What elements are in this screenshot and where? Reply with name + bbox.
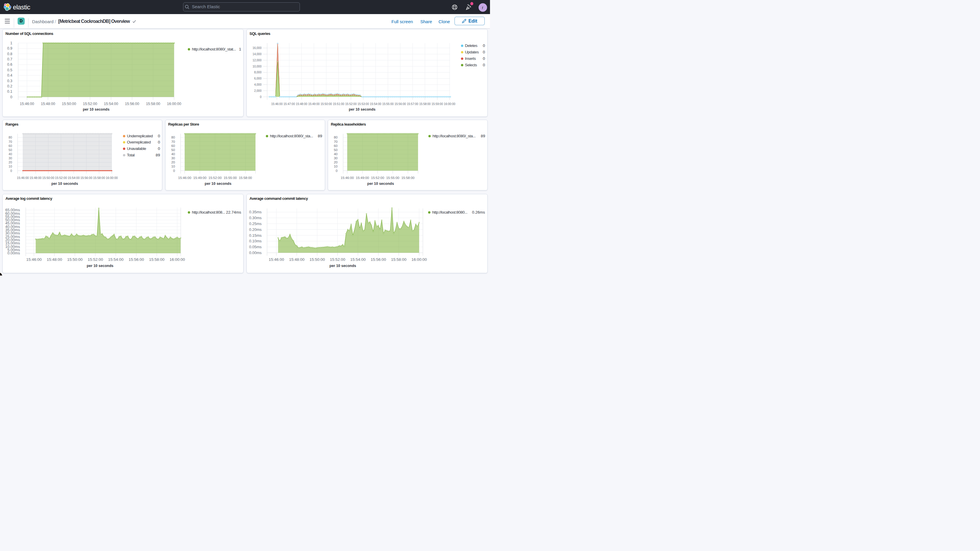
- svg-text:15:58:00: 15:58:00: [93, 176, 105, 180]
- svg-text:15:48:00: 15:48:00: [47, 257, 62, 262]
- svg-text:10: 10: [334, 165, 338, 169]
- svg-text:15:58:00: 15:58:00: [239, 176, 252, 180]
- svg-text:15:46:00: 15:46:00: [340, 176, 354, 180]
- svg-text:80: 80: [334, 136, 338, 139]
- svg-text:70: 70: [8, 140, 12, 143]
- svg-text:70: 70: [171, 140, 175, 143]
- svg-text:15:52:00: 15:52:00: [330, 257, 345, 262]
- svg-text:20: 20: [8, 161, 12, 164]
- svg-text:15:55:00: 15:55:00: [224, 176, 237, 180]
- svg-text:15:46:00: 15:46:00: [26, 257, 42, 262]
- svg-text:15:46:00: 15:46:00: [269, 257, 284, 262]
- svg-text:per 10 seconds: per 10 seconds: [205, 182, 231, 186]
- svg-text:0.8: 0.8: [7, 52, 12, 56]
- svg-text:15:52:00: 15:52:00: [83, 102, 97, 106]
- svg-text:60: 60: [334, 144, 338, 148]
- svg-text:1: 1: [10, 41, 12, 45]
- svg-text:15:49:00: 15:49:00: [308, 102, 320, 106]
- svg-text:0.5: 0.5: [7, 68, 12, 72]
- svg-text:0.15ms: 0.15ms: [249, 233, 262, 237]
- svg-text:15:56:00: 15:56:00: [395, 102, 406, 106]
- svg-text:30: 30: [334, 156, 338, 160]
- svg-text:0: 0: [173, 169, 175, 172]
- svg-text:15:48:00: 15:48:00: [30, 176, 42, 180]
- svg-text:15:53:00: 15:53:00: [357, 102, 369, 106]
- svg-text:15:50:00: 15:50:00: [67, 257, 83, 262]
- svg-text:20: 20: [334, 161, 338, 164]
- svg-text:0.7: 0.7: [7, 57, 12, 61]
- svg-text:60: 60: [171, 144, 175, 148]
- svg-text:15:46:00: 15:46:00: [178, 176, 191, 180]
- svg-text:65.00ms: 65.00ms: [5, 208, 20, 212]
- svg-text:15:49:00: 15:49:00: [193, 176, 206, 180]
- svg-text:15:59:00: 15:59:00: [432, 102, 443, 106]
- svg-text:15:47:00: 15:47:00: [283, 102, 295, 106]
- svg-text:80: 80: [8, 136, 12, 139]
- svg-text:16:00:00: 16:00:00: [444, 102, 455, 106]
- svg-text:40: 40: [334, 152, 338, 156]
- svg-text:40: 40: [171, 152, 175, 156]
- svg-text:15:46:00: 15:46:00: [271, 102, 283, 106]
- svg-text:0.6: 0.6: [7, 63, 12, 67]
- svg-text:15:58:00: 15:58:00: [146, 102, 160, 106]
- svg-text:15:54:00: 15:54:00: [370, 102, 381, 106]
- svg-text:16:00:00: 16:00:00: [167, 102, 181, 106]
- svg-text:30: 30: [8, 156, 12, 160]
- svg-text:16:00:00: 16:00:00: [411, 257, 427, 262]
- svg-text:15:52:00: 15:52:00: [208, 176, 221, 180]
- svg-text:0.05ms: 0.05ms: [249, 245, 262, 249]
- svg-text:15:56:00: 15:56:00: [80, 176, 92, 180]
- svg-text:50: 50: [334, 148, 338, 152]
- svg-text:per 10 seconds: per 10 seconds: [83, 108, 110, 112]
- svg-text:per 10 seconds: per 10 seconds: [51, 182, 78, 186]
- svg-text:6,000: 6,000: [254, 77, 261, 80]
- svg-text:0.00ms: 0.00ms: [249, 250, 262, 255]
- svg-text:15:52:00: 15:52:00: [371, 176, 384, 180]
- svg-text:70: 70: [334, 140, 338, 143]
- svg-text:15:58:00: 15:58:00: [391, 257, 406, 262]
- svg-text:10: 10: [171, 165, 175, 169]
- svg-text:per 10 seconds: per 10 seconds: [348, 108, 375, 112]
- svg-text:15:48:00: 15:48:00: [41, 102, 55, 106]
- svg-text:10,000: 10,000: [252, 65, 261, 68]
- svg-text:15:54:00: 15:54:00: [104, 102, 118, 106]
- svg-text:15:50:00: 15:50:00: [309, 257, 325, 262]
- svg-text:16:00:00: 16:00:00: [170, 257, 185, 262]
- svg-text:per 10 seconds: per 10 seconds: [329, 264, 356, 268]
- svg-text:15:48:00: 15:48:00: [296, 102, 307, 106]
- svg-text:15:52:00: 15:52:00: [88, 257, 103, 262]
- svg-text:15:56:00: 15:56:00: [371, 257, 386, 262]
- svg-text:10: 10: [8, 165, 12, 169]
- svg-text:40: 40: [8, 152, 12, 156]
- svg-text:15:56:00: 15:56:00: [129, 257, 144, 262]
- svg-text:15:46:00: 15:46:00: [20, 102, 34, 106]
- svg-text:30: 30: [171, 156, 175, 160]
- svg-text:80: 80: [171, 136, 175, 139]
- svg-text:16:00:00: 16:00:00: [106, 176, 118, 180]
- svg-text:12,000: 12,000: [252, 59, 261, 62]
- svg-text:2,000: 2,000: [254, 89, 261, 92]
- svg-text:0: 0: [10, 169, 12, 172]
- svg-text:0.10ms: 0.10ms: [249, 239, 262, 243]
- svg-text:15:48:00: 15:48:00: [289, 257, 305, 262]
- svg-text:15:58:00: 15:58:00: [149, 257, 165, 262]
- svg-text:0.30ms: 0.30ms: [249, 216, 262, 220]
- svg-text:15:54:00: 15:54:00: [350, 257, 366, 262]
- svg-text:15:52:00: 15:52:00: [345, 102, 356, 106]
- svg-text:0.3: 0.3: [7, 79, 12, 83]
- svg-text:0.20ms: 0.20ms: [249, 227, 262, 231]
- svg-text:15:58:00: 15:58:00: [419, 102, 431, 106]
- svg-text:15:55:00: 15:55:00: [382, 102, 393, 106]
- svg-text:0.25ms: 0.25ms: [249, 221, 262, 226]
- svg-text:16,000: 16,000: [252, 46, 261, 49]
- svg-text:0.9: 0.9: [7, 47, 12, 51]
- svg-text:15:54:00: 15:54:00: [68, 176, 80, 180]
- svg-text:15:50:00: 15:50:00: [320, 102, 332, 106]
- svg-text:50: 50: [171, 148, 175, 152]
- svg-text:15:57:00: 15:57:00: [407, 102, 418, 106]
- svg-text:0: 0: [260, 96, 261, 99]
- svg-text:15:51:00: 15:51:00: [333, 102, 344, 106]
- svg-text:0.35ms: 0.35ms: [249, 210, 262, 214]
- svg-text:0.4: 0.4: [7, 73, 12, 78]
- svg-text:14,000: 14,000: [252, 53, 261, 56]
